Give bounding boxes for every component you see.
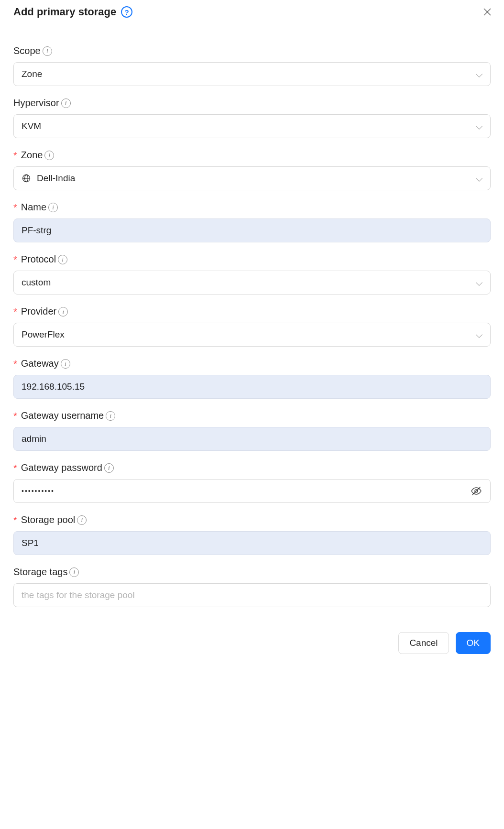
storage-tags-input[interactable] xyxy=(13,583,491,607)
name-input[interactable] xyxy=(13,218,491,242)
eye-off-icon[interactable] xyxy=(471,485,482,497)
required-mark: * xyxy=(13,307,17,316)
info-icon[interactable]: i xyxy=(48,203,58,212)
chevron-down-icon xyxy=(476,331,482,338)
chevron-down-icon xyxy=(476,123,482,130)
protocol-label: Protocol xyxy=(21,254,56,265)
chevron-down-icon xyxy=(476,71,482,77)
scope-value: Zone xyxy=(22,69,42,79)
gateway-username-input[interactable] xyxy=(13,427,491,451)
info-icon[interactable]: i xyxy=(69,567,79,577)
gateway-input[interactable] xyxy=(13,375,491,399)
gateway-password-input[interactable] xyxy=(13,479,491,503)
gateway-label: Gateway xyxy=(21,358,59,369)
modal-title: Add primary storage xyxy=(13,6,116,18)
help-icon[interactable]: ? xyxy=(121,6,132,18)
required-mark: * xyxy=(13,151,17,160)
required-mark: * xyxy=(13,203,17,212)
close-icon[interactable] xyxy=(482,7,493,17)
protocol-select[interactable]: custom xyxy=(13,271,491,295)
hypervisor-label: Hypervisor xyxy=(13,98,59,109)
required-mark: * xyxy=(13,359,17,369)
name-label: Name xyxy=(21,202,46,213)
scope-select[interactable]: Zone xyxy=(13,62,491,86)
chevron-down-icon xyxy=(476,175,482,182)
provider-value: PowerFlex xyxy=(22,329,65,340)
gateway-username-label: Gateway username xyxy=(21,410,104,421)
storage-pool-input[interactable] xyxy=(13,531,491,555)
gateway-password-label: Gateway password xyxy=(21,462,102,473)
chevron-down-icon xyxy=(476,279,482,286)
required-mark: * xyxy=(13,515,17,525)
info-icon[interactable]: i xyxy=(104,463,114,473)
info-icon[interactable]: i xyxy=(61,98,71,108)
required-mark: * xyxy=(13,255,17,264)
zone-label: Zone xyxy=(21,150,43,161)
info-icon[interactable]: i xyxy=(43,46,52,56)
info-icon[interactable]: i xyxy=(106,411,115,421)
info-icon[interactable]: i xyxy=(44,151,54,160)
required-mark: * xyxy=(13,411,17,421)
protocol-value: custom xyxy=(22,277,51,288)
provider-label: Provider xyxy=(21,306,56,317)
storage-tags-label: Storage tags xyxy=(13,567,67,578)
zone-select[interactable]: Dell-India xyxy=(13,166,491,190)
info-icon[interactable]: i xyxy=(77,515,87,525)
provider-select[interactable]: PowerFlex xyxy=(13,323,491,347)
zone-value: Dell-India xyxy=(37,173,75,184)
hypervisor-select[interactable]: KVM xyxy=(13,114,491,138)
storage-pool-label: Storage pool xyxy=(21,514,75,525)
required-mark: * xyxy=(13,463,17,473)
info-icon[interactable]: i xyxy=(58,255,67,264)
globe-icon xyxy=(22,174,31,183)
hypervisor-value: KVM xyxy=(22,121,41,131)
info-icon[interactable]: i xyxy=(58,307,68,316)
scope-label: Scope xyxy=(13,45,41,56)
ok-button[interactable]: OK xyxy=(456,632,491,654)
info-icon[interactable]: i xyxy=(61,359,70,369)
cancel-button[interactable]: Cancel xyxy=(398,632,449,654)
